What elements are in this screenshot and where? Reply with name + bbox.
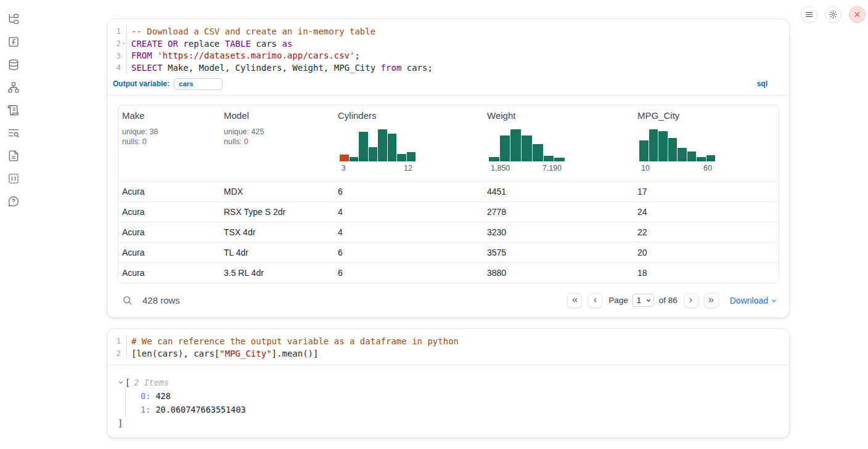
sql-cell: 1 -- Download a CSV and create an in-mem… [107,18,790,318]
histogram-bar [369,147,378,161]
cell-model: RSX Type S 2dr [220,207,334,217]
download-button[interactable]: Download [730,296,777,305]
snippets-icon[interactable] [7,172,20,185]
code-text[interactable]: -- Download a CSV and create an in-memor… [127,26,375,36]
notebook-actions [801,6,866,23]
cell-weight: 3575 [483,248,634,257]
helper-sidebar [0,0,27,449]
logs-icon[interactable] [7,104,20,116]
histogram-bar [489,157,499,161]
histogram-bar [407,152,416,161]
histogram-bar [350,157,359,161]
code-text[interactable]: # We can reference the output variable a… [127,336,459,346]
file-explorer-icon[interactable] [7,13,20,25]
page-total-label: of 86 [659,296,678,305]
prev-page-button[interactable] [588,293,602,308]
first-page-button[interactable] [567,293,582,308]
download-label: Download [730,296,768,305]
column-header-mpg-city[interactable]: MPG_City 10 60 [634,111,779,181]
column-title: Model [224,111,334,120]
fold-chevron-icon[interactable] [121,41,126,46]
table-row: Acura TL 4dr 6 3575 20 [118,242,779,262]
variables-icon[interactable] [7,36,20,48]
output-variable-input[interactable] [174,78,223,90]
cell-cylinders: 6 [334,187,483,196]
collapse-chevron-icon[interactable] [118,379,124,386]
shutdown-button[interactable] [849,6,866,23]
cell-mpg-city: 20 [634,248,779,257]
tree-entry-key: 1: [141,405,150,415]
column-title: Cylinders [338,111,483,120]
column-header-cylinders[interactable]: Cylinders 3 12 [334,111,483,181]
histogram-bar [388,134,397,161]
column-unique-stat: unique: 425 [224,127,334,137]
python-editor[interactable]: 1 # We can reference the output variable… [107,329,789,365]
cell-mpg-city: 17 [634,187,779,196]
items-count-label: 2 Items [134,378,169,387]
code-text[interactable]: [len(cars), cars["MPG_City"].mean()] [127,349,318,358]
histogram-bar [697,157,706,161]
page-select-value: 1 [637,296,641,305]
column-header-model[interactable]: Model unique: 425 nulls: 0 [220,111,334,181]
cell-weight: 3230 [483,227,634,237]
histogram-bar [397,154,406,161]
histogram-bar [340,155,349,161]
histogram-bar [378,129,387,161]
histogram-bar [359,132,368,161]
cell-cylinders: 4 [334,227,483,237]
datasources-icon[interactable] [7,59,20,71]
column-title: Make [122,111,220,120]
sql-editor[interactable]: 1 -- Download a CSV and create an in-mem… [107,19,789,74]
column-title: Weight [487,111,634,120]
code-line[interactable]: 3 FROM 'https://datasets.marimo.app/cars… [107,49,789,62]
column-header-make[interactable]: Make unique: 38 nulls: 0 [118,111,220,181]
dependencies-icon[interactable] [7,81,20,94]
help-icon[interactable] [7,195,20,208]
code-line[interactable]: 1 -- Download a CSV and create an in-mem… [107,25,789,38]
cell-mpg-city: 18 [634,268,779,278]
line-number: 3 [107,51,121,60]
mpg-city-histogram: 10 60 [639,128,715,172]
python-cell: 1 # We can reference the output variable… [107,328,790,438]
chevron-down-icon [645,297,652,304]
column-nulls-stat: nulls: 0 [224,137,334,147]
output-variable-label: Output variable: [113,79,170,88]
settings-button[interactable] [825,6,841,23]
chevron-left-icon [591,296,599,304]
column-nulls-stat: nulls: 0 [122,137,220,147]
tree-entry: 0: 428 [141,389,789,403]
page-select[interactable]: 1 [633,294,654,307]
cell-mpg-city: 24 [634,207,779,217]
code-line[interactable]: 1 # We can reference the output variable… [107,335,789,347]
cell-model: 3.5 RL 4dr [220,268,334,278]
code-text[interactable]: FROM 'https://datasets.marimo.app/cars.c… [127,51,360,60]
next-page-button[interactable] [684,293,698,308]
documentation-icon[interactable] [7,150,20,162]
code-line[interactable]: 4 SELECT Make, Model, Cylinders, Weight,… [107,62,789,74]
code-text[interactable]: CREATE OR replace TABLE cars as [127,39,292,49]
tree-entry: 1: 20.060747663551403 [141,403,789,416]
table-row: Acura RSX Type S 2dr 4 2778 24 [118,201,779,222]
cell-make: Acura [118,187,220,196]
search-icon[interactable] [122,295,133,305]
code-line[interactable]: 2 [len(cars), cars["MPG_City"].mean()] [107,347,789,360]
last-page-button[interactable] [704,293,719,308]
histogram-bar [533,144,543,161]
output-variable-row: Output variable: sql [107,76,789,95]
cell-cylinders: 6 [334,248,483,257]
histogram-bar [678,148,687,161]
chevron-right-icon [687,296,695,304]
hist-min-label: 3 [342,164,346,172]
code-text[interactable]: SELECT Make, Model, Cylinders, Weight, M… [127,63,433,73]
code-line[interactable]: 2 CREATE OR replace TABLE cars as [107,38,789,50]
gear-icon [829,10,838,19]
row-count: 428 rows [142,295,180,305]
column-header-weight[interactable]: Weight 1,850 7,190 [483,111,634,181]
column-unique-stat: unique: 38 [122,127,220,137]
search-logs-icon[interactable] [7,127,20,139]
histogram-bar [649,129,658,161]
histogram-bar [544,156,554,161]
cell-mpg-city: 22 [634,227,779,237]
cell-model: TL 4dr [220,248,334,257]
menu-button[interactable] [801,6,817,23]
